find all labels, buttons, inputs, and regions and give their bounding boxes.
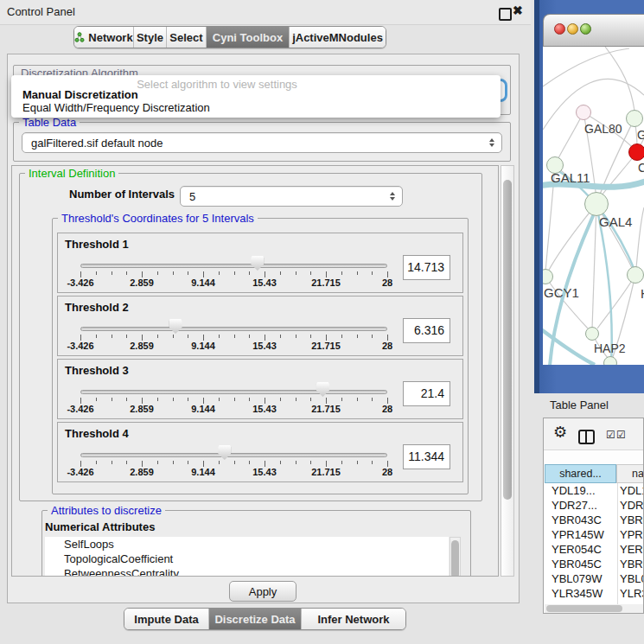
network-node-c[interactable] xyxy=(628,143,644,161)
network-window-titlebar[interactable] xyxy=(543,14,644,47)
tick-mark xyxy=(265,335,265,341)
panel-title: Control Panel xyxy=(7,5,75,18)
network-node[interactable] xyxy=(603,356,617,365)
tab-style[interactable]: Style xyxy=(133,27,166,48)
minimize-button[interactable] xyxy=(567,23,578,35)
attribute-item-selfloops[interactable]: SelfLoops xyxy=(45,537,449,552)
network-canvas[interactable]: GAL80GACGAL11GAL4GCY1HHAP2 xyxy=(543,47,644,365)
network-node-label: C xyxy=(638,161,644,175)
tab-select[interactable]: Select xyxy=(166,27,206,48)
tick-label: -3.426 xyxy=(54,341,106,351)
tick-label: 9.144 xyxy=(177,277,229,288)
slider-track[interactable] xyxy=(80,264,387,268)
split-columns-icon[interactable] xyxy=(578,430,595,444)
algorithm-option-equal-width-frequency-discretization[interactable]: Equal Width/Frequency Discretization xyxy=(22,101,210,114)
network-node-gal80[interactable] xyxy=(576,105,591,120)
slider-thumb[interactable] xyxy=(251,256,264,271)
network-node-label: GA xyxy=(637,128,644,142)
table-row[interactable]: YBR045CYBR0 xyxy=(544,557,644,571)
attributes-group: Attributes to discretize Numerical Attri… xyxy=(41,510,471,577)
tab-network[interactable]: Network xyxy=(74,27,133,48)
table-row[interactable]: YDR27...YDR2 xyxy=(544,498,644,513)
table-panel-title: Table Panel xyxy=(550,399,609,411)
tick-label: -3.426 xyxy=(54,467,106,477)
tick-mark xyxy=(296,398,296,401)
tick-mark xyxy=(219,461,220,464)
tick-mark xyxy=(188,335,188,338)
tab-jactivemnodules[interactable]: jActiveMNodules xyxy=(289,27,386,48)
slider-thumb[interactable] xyxy=(218,445,231,460)
tick-mark xyxy=(280,335,281,338)
slider-thumb[interactable] xyxy=(316,382,329,397)
table-row[interactable]: YBL079WYBL0 xyxy=(544,571,644,586)
tab-discretize-data[interactable]: Discretize Data xyxy=(208,609,301,629)
network-node-hap2[interactable] xyxy=(585,327,599,341)
zoom-button[interactable] xyxy=(580,23,591,35)
attributes-list-scrollbar[interactable] xyxy=(450,537,461,577)
bottom-tab-bar: Impute DataDiscretize DataInfer Network xyxy=(124,608,406,630)
table-row[interactable]: YDL19...YDL1 xyxy=(544,483,644,498)
column-header-na[interactable]: na xyxy=(616,464,644,483)
tick-label: 9.144 xyxy=(177,467,229,477)
table-scrollbar-thumb[interactable] xyxy=(546,605,622,612)
tick-mark xyxy=(310,398,311,401)
tick-mark xyxy=(387,271,388,277)
numerical-attributes-label: Numerical Attributes xyxy=(45,520,155,533)
table-row[interactable]: YPR145WYPR1 xyxy=(544,527,644,542)
table-panel-toolbar: ⚙ ☑ ☑ xyxy=(544,418,644,450)
tab-impute-data[interactable]: Impute Data xyxy=(124,609,208,629)
network-node-ga[interactable] xyxy=(626,110,643,127)
main-scrollbar[interactable] xyxy=(501,165,514,577)
gear-icon[interactable]: ⚙ xyxy=(553,423,567,442)
slider-track[interactable] xyxy=(80,327,387,331)
tick-mark xyxy=(280,461,281,464)
threshold-value-field[interactable]: 21.4 xyxy=(403,381,450,406)
apply-button[interactable]: Apply xyxy=(229,581,296,602)
number-of-intervals-combo[interactable]: 5 xyxy=(180,186,403,207)
attributes-scrollbar-thumb[interactable] xyxy=(451,540,459,577)
threshold-value-field[interactable]: 14.713 xyxy=(403,255,450,280)
tick-label: 2.859 xyxy=(116,467,168,477)
attribute-item-topologicalcoefficient[interactable]: TopologicalCoefficient xyxy=(45,552,449,566)
tick-mark xyxy=(203,271,204,277)
table-data-combo-value: galFiltered.sif default node xyxy=(31,137,163,150)
column-header-shared-[interactable]: shared... xyxy=(545,464,616,483)
thresholds-group: Threshold's Coordinates for 5 Intervals … xyxy=(52,218,469,494)
tick-mark xyxy=(341,461,342,464)
slider-track[interactable] xyxy=(80,390,387,394)
tick-mark xyxy=(296,461,296,464)
float-window-icon[interactable] xyxy=(499,8,512,21)
table-row[interactable]: YER054CYER0 xyxy=(544,542,644,557)
table-rows: YDL19...YDL1YDR27...YDR2YBR043CYBR0YPR14… xyxy=(544,483,644,604)
slider-thumb[interactable] xyxy=(169,319,182,334)
attribute-item-betweennesscentrality[interactable]: BetweennessCentrality xyxy=(45,566,449,577)
interval-definition-group: Interval Definition Number of Intervals … xyxy=(19,173,482,501)
checkbox-checked-icon[interactable]: ☑ xyxy=(606,429,615,441)
close-button[interactable] xyxy=(554,23,565,35)
algorithm-option-manual-discretization[interactable]: Manual Discretization xyxy=(22,88,138,101)
tick-mark xyxy=(157,335,158,338)
cell-name: YBL0 xyxy=(620,571,644,586)
tab-infer-network[interactable]: Infer Network xyxy=(301,609,405,629)
network-node-h[interactable] xyxy=(627,266,644,284)
threshold-value-field[interactable]: 6.316 xyxy=(403,318,450,343)
tick-mark xyxy=(173,335,174,338)
table-row[interactable]: YBR043CYBR0 xyxy=(544,513,644,527)
table-data-combo[interactable]: galFiltered.sif default node xyxy=(22,132,502,153)
threshold-value-field[interactable]: 11.344 xyxy=(403,444,450,469)
tab-cyni-toolbox[interactable]: Cyni Toolbox xyxy=(206,27,289,48)
table-horizontal-scrollbar[interactable] xyxy=(545,604,643,613)
tick-label: 2.859 xyxy=(116,404,168,414)
tick-label: -3.426 xyxy=(54,404,106,414)
network-node-gal4[interactable] xyxy=(584,192,609,216)
tick-mark xyxy=(188,461,188,464)
tick-mark xyxy=(234,335,235,338)
close-icon[interactable]: ✖ xyxy=(513,3,523,17)
table-row[interactable]: YLR345WYLR3 xyxy=(544,586,644,601)
network-node-label: HAP2 xyxy=(594,341,626,355)
checkbox-checked-icon[interactable]: ☑ xyxy=(616,429,626,441)
tick-mark xyxy=(80,335,81,341)
numerical-attributes-list: SelfLoopsTopologicalCoefficientBetweenne… xyxy=(45,537,449,577)
slider-track[interactable] xyxy=(80,453,387,457)
main-scrollbar-thumb[interactable] xyxy=(503,180,512,500)
